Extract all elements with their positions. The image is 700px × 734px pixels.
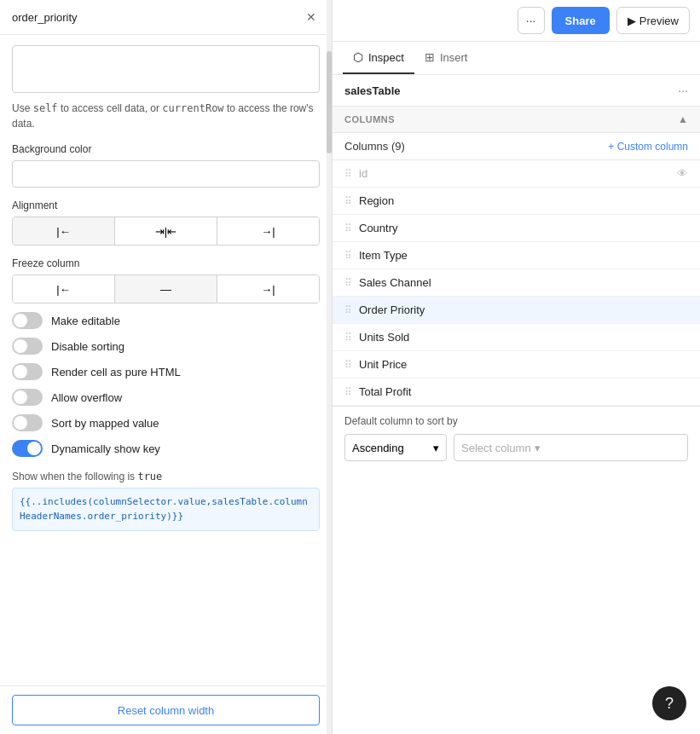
play-icon: ▶ <box>628 14 636 27</box>
disable-sorting-label: Disable sorting <box>51 340 124 353</box>
columns-count: Columns (9) <box>344 140 405 153</box>
drag-handle-icon: ⠿ <box>344 195 352 207</box>
toggle-knob <box>14 416 27 430</box>
cell-value-input[interactable] <box>12 45 320 93</box>
sort-column-placeholder: Select column <box>461 442 531 454</box>
column-item-id[interactable]: ⠿ id 👁 <box>333 160 700 188</box>
close-button[interactable]: ✕ <box>303 9 320 26</box>
insert-icon: ⊞ <box>425 50 435 64</box>
freeze-right-button[interactable]: →| <box>217 275 319 303</box>
columns-section: COLUMNS ▲ Columns (9) + Custom column ⠿ … <box>333 107 700 734</box>
drag-handle-icon: ⠿ <box>344 277 352 289</box>
scrollbar-thumb <box>327 51 332 153</box>
toggle-make-editable: Make editable <box>12 312 320 329</box>
align-left-button[interactable]: |← <box>13 217 115 245</box>
toggle-sort-mapped: Sort by mapped value <box>12 414 320 431</box>
column-name-id: id <box>359 167 677 180</box>
collapse-button[interactable]: ▲ <box>678 113 688 125</box>
component-header: salesTable ··· <box>333 75 700 107</box>
column-item-sales-channel[interactable]: ⠿ Sales Channel <box>333 269 700 297</box>
sort-mapped-toggle[interactable] <box>12 414 43 431</box>
top-bar: ··· Share ▶ Preview <box>333 0 700 42</box>
tab-inspect[interactable]: ⬡ Inspect <box>343 42 414 74</box>
panel-footer: Reset column width <box>0 685 332 734</box>
column-name-item-type: Item Type <box>359 249 688 262</box>
component-more-button[interactable]: ··· <box>678 84 688 97</box>
show-when-code: true <box>137 471 162 483</box>
column-item-total-profit[interactable]: ⠿ Total Profit <box>333 379 700 406</box>
toggle-knob <box>27 442 41 455</box>
panel-header: order_priority ✕ <box>0 0 332 35</box>
allow-overflow-toggle[interactable] <box>12 389 43 406</box>
drag-handle-icon: ⠿ <box>344 168 352 180</box>
show-when-section: Show when the following is true {{..incl… <box>12 471 320 531</box>
ellipsis-icon: ··· <box>526 14 536 27</box>
columns-header: COLUMNS ▲ <box>333 107 700 133</box>
help-fab-button[interactable]: ? <box>652 686 686 720</box>
align-right-button[interactable]: →| <box>217 217 319 245</box>
drag-handle-icon: ⠿ <box>344 304 352 316</box>
render-html-toggle[interactable] <box>12 363 43 380</box>
sort-controls: Ascending ▾ Select column ▾ <box>344 434 688 461</box>
column-name-unit-price: Unit Price <box>359 358 688 371</box>
drag-handle-icon: ⠿ <box>344 386 352 398</box>
dynamically-show-key-toggle[interactable] <box>12 440 43 457</box>
freeze-group: |← — →| <box>12 275 320 303</box>
preview-button[interactable]: ▶ Preview <box>616 7 690 34</box>
show-when-label: Show when the following is true <box>12 471 320 483</box>
freeze-center-button[interactable]: — <box>115 275 217 303</box>
freeze-column-label: Freeze column <box>12 257 320 269</box>
toggle-render-html: Render cell as pure HTML <box>12 363 320 380</box>
sort-column-select[interactable]: Select column ▾ <box>454 434 688 461</box>
sort-order-select[interactable]: Ascending ▾ <box>344 434 447 461</box>
toggle-disable-sorting: Disable sorting <box>12 338 320 355</box>
more-options-button[interactable]: ··· <box>518 7 545 34</box>
chevron-down-icon: ▾ <box>535 442 541 454</box>
column-name-total-profit: Total Profit <box>359 385 688 398</box>
default-sort-section: Default column to sort by Ascending ▾ Se… <box>333 406 700 470</box>
disable-sorting-toggle[interactable] <box>12 338 43 355</box>
tab-insert[interactable]: ⊞ Insert <box>414 42 478 74</box>
inspect-tab-label: Inspect <box>368 51 404 64</box>
columns-title: COLUMNS <box>344 114 395 124</box>
drag-handle-icon: ⠿ <box>344 250 352 262</box>
show-when-expression[interactable]: {{..includes(columnSelector.value,salesT… <box>12 488 320 531</box>
toggle-knob <box>14 314 27 327</box>
column-name-sales-channel: Sales Channel <box>359 276 688 289</box>
reset-column-width-button[interactable]: Reset column width <box>12 695 320 725</box>
drag-handle-icon: ⠿ <box>344 359 352 371</box>
default-sort-label: Default column to sort by <box>344 415 688 427</box>
column-name-units-sold: Units Sold <box>359 331 688 344</box>
align-center-button[interactable]: ⇥|⇤ <box>115 217 217 245</box>
column-item-country[interactable]: ⠿ Country <box>333 215 700 242</box>
add-custom-column-button[interactable]: + Custom column <box>608 141 688 153</box>
sort-mapped-label: Sort by mapped value <box>51 417 159 430</box>
make-editable-toggle[interactable] <box>12 312 43 329</box>
right-panel: ··· Share ▶ Preview ⬡ Inspect ⊞ Insert s… <box>333 0 700 734</box>
inspect-icon: ⬡ <box>353 50 363 64</box>
background-color-label: Background color <box>12 143 320 155</box>
toggle-knob <box>14 339 27 353</box>
toggle-dynamically-show-key: Dynamically show key <box>12 440 320 457</box>
panel-title: order_priority <box>12 11 78 24</box>
allow-overflow-label: Allow overflow <box>51 391 122 404</box>
toggle-knob <box>14 390 27 404</box>
alignment-group: |← ⇥|⇤ →| <box>12 217 320 246</box>
alignment-label: Alignment <box>12 199 320 211</box>
column-item-order-priority[interactable]: ⠿ Order Priority <box>333 297 700 324</box>
freeze-left-button[interactable]: |← <box>13 275 115 303</box>
preview-label: Preview <box>639 14 679 27</box>
visibility-icon-id[interactable]: 👁 <box>677 167 688 180</box>
column-item-unit-price[interactable]: ⠿ Unit Price <box>333 351 700 379</box>
column-name-order-priority: Order Priority <box>359 303 688 316</box>
column-item-units-sold[interactable]: ⠿ Units Sold <box>333 324 700 351</box>
scrollbar[interactable] <box>327 0 332 734</box>
share-button[interactable]: Share <box>552 7 610 34</box>
column-item-item-type[interactable]: ⠿ Item Type <box>333 242 700 269</box>
toggle-allow-overflow: Allow overflow <box>12 389 320 406</box>
tabs-bar: ⬡ Inspect ⊞ Insert <box>333 42 700 75</box>
column-name-region: Region <box>359 194 688 207</box>
column-name-country: Country <box>359 222 688 234</box>
column-item-region[interactable]: ⠿ Region <box>333 188 700 215</box>
background-color-input[interactable] <box>12 160 320 188</box>
